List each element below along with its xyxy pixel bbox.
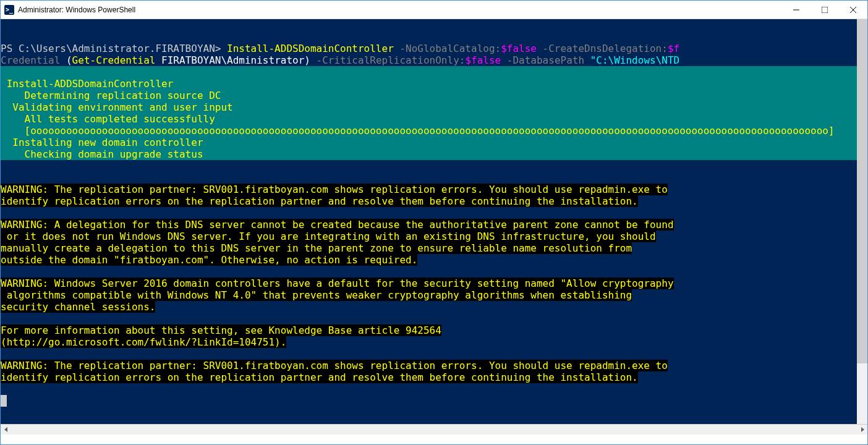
svg-marker-4 bbox=[4, 427, 7, 432]
progress-block: Install-ADDSDomainController Determining… bbox=[1, 66, 867, 160]
cmd-segment: -DatabasePath bbox=[501, 54, 590, 66]
cmd-segment: FIRATBOYAN\Administrator bbox=[155, 54, 304, 66]
warning-line: security channel sessions. bbox=[1, 301, 155, 313]
cmd-segment: Get-Credential bbox=[72, 54, 156, 66]
progress-line: Validating environment and user input bbox=[1, 101, 233, 113]
cmd-segment: Install-ADDSDomainController bbox=[227, 43, 394, 54]
warning-line: WARNING: The replication partner: SRV001… bbox=[1, 184, 668, 195]
warning-line: identify replication errors on the repli… bbox=[1, 371, 638, 383]
cmd-segment: -CriticalReplicationOnly: bbox=[310, 54, 465, 66]
cmd-segment: "C:\Windows\NTD bbox=[590, 54, 680, 66]
warning-line: WARNING: The replication partner: SRV001… bbox=[1, 360, 668, 371]
warning-line: WARNING: A delegation for this DNS serve… bbox=[1, 219, 674, 231]
warning-line: manually create a delegation to this DNS… bbox=[1, 242, 632, 254]
powershell-icon: >_ bbox=[4, 5, 14, 15]
warning-line: For more information about this setting,… bbox=[1, 324, 441, 336]
prompt-text: PS C:\Users\Administrator.FIRATBOYAN> bbox=[1, 43, 227, 54]
cmd-segment: ( bbox=[66, 54, 72, 66]
cmd-segment: -NoGlobalCatalog: bbox=[394, 43, 501, 54]
terminal-content: PS C:\Users\Administrator.FIRATBOYAN> In… bbox=[1, 43, 867, 434]
maximize-button[interactable] bbox=[811, 1, 839, 19]
scrollbar-thumb[interactable] bbox=[857, 19, 867, 363]
progress-line: All tests completed successfully bbox=[1, 113, 215, 125]
cmd-segment: ) bbox=[304, 54, 310, 66]
progress-line: Installing new domain controller bbox=[1, 137, 203, 148]
vertical-scrollbar[interactable] bbox=[857, 19, 867, 424]
cmd-segment: -CreateDnsDelegation: bbox=[537, 43, 668, 54]
progress-line: Install-ADDSDomainController bbox=[1, 78, 173, 90]
svg-rect-1 bbox=[822, 7, 828, 13]
warning-line: WARNING: Windows Server 2016 domain cont… bbox=[1, 278, 674, 289]
warning-line: (http://go.microsoft.com/fwlink/?LinkId=… bbox=[1, 336, 286, 348]
warning-line: algorithms compatible with Windows NT 4.… bbox=[1, 289, 632, 301]
warning-line: identify replication errors on the repli… bbox=[1, 195, 638, 207]
progress-line: Determining replication source DC bbox=[1, 90, 221, 101]
cmd-segment: $false bbox=[465, 54, 501, 66]
minimize-button[interactable] bbox=[782, 1, 811, 19]
horizontal-scrollbar[interactable] bbox=[1, 424, 867, 434]
window-title: Administrator: Windows PowerShell bbox=[18, 6, 782, 14]
cmd-segment: $f bbox=[668, 43, 679, 54]
progress-line: Checking domain upgrade status bbox=[1, 148, 203, 160]
close-button[interactable] bbox=[839, 1, 867, 19]
terminal-cursor: _ bbox=[1, 395, 7, 407]
scroll-right-arrow[interactable] bbox=[857, 425, 867, 435]
scroll-left-arrow[interactable] bbox=[1, 425, 11, 435]
warning-line: or it does not run Windows DNS server. I… bbox=[1, 231, 656, 242]
cmd-segment: Credential bbox=[1, 54, 66, 66]
window-titlebar[interactable]: >_ Administrator: Windows PowerShell bbox=[1, 1, 867, 19]
warning-line: outside the domain "firatboyan.com". Oth… bbox=[1, 254, 417, 266]
scrollbar-track[interactable] bbox=[11, 425, 857, 434]
cmd-segment: $false bbox=[501, 43, 537, 54]
terminal-area[interactable]: PS C:\Users\Administrator.FIRATBOYAN> In… bbox=[1, 19, 867, 434]
svg-marker-5 bbox=[861, 427, 864, 432]
progress-line: [ooooooooooooooooooooooooooooooooooooooo… bbox=[1, 125, 835, 137]
